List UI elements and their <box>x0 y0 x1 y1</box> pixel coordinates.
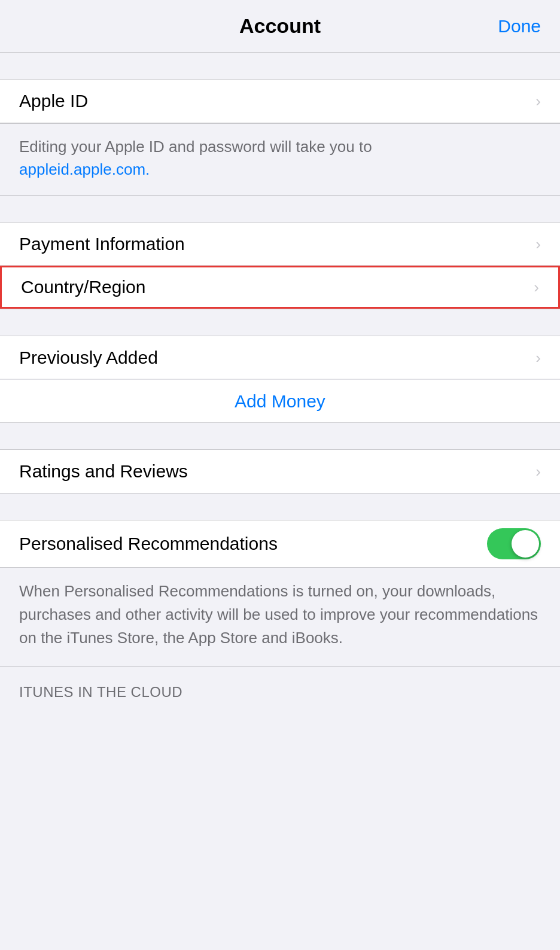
previously-added-label: Previously Added <box>19 348 158 368</box>
ratings-group: Ratings and Reviews › <box>0 449 560 494</box>
apple-id-chevron: › <box>535 93 541 109</box>
add-money-row[interactable]: Add Money <box>0 379 560 422</box>
personalised-recommendations-label: Personalised Recommendations <box>19 534 278 554</box>
ratings-reviews-row[interactable]: Ratings and Reviews › <box>0 450 560 493</box>
payment-information-row[interactable]: Payment Information › <box>0 223 560 266</box>
gap-3 <box>0 423 560 449</box>
personalised-recommendations-row: Personalised Recommendations <box>0 520 560 568</box>
apple-id-row[interactable]: Apple ID › <box>0 80 560 123</box>
ratings-reviews-label: Ratings and Reviews <box>19 461 188 482</box>
add-money-label: Add Money <box>235 391 325 412</box>
apple-id-info-text: Editing your Apple ID and password will … <box>19 138 372 178</box>
navigation-bar: Account Done <box>0 0 560 53</box>
personalised-recommendations-description: When Personalised Recommendations is tur… <box>19 582 538 647</box>
personalised-recommendations-description-box: When Personalised Recommendations is tur… <box>0 568 560 667</box>
payment-chevron: › <box>535 236 541 252</box>
apple-id-group: Apple ID › <box>0 79 560 123</box>
toggle-knob <box>512 530 539 558</box>
gap-2 <box>0 309 560 336</box>
payment-country-group: Payment Information › Country/Region › <box>0 222 560 309</box>
country-region-label: Country/Region <box>21 277 145 297</box>
previously-added-group: Previously Added › Add Money <box>0 336 560 423</box>
gap-1 <box>0 196 560 222</box>
previously-added-chevron: › <box>535 350 541 366</box>
personalised-recommendations-toggle[interactable] <box>487 528 541 559</box>
apple-id-link[interactable]: appleid.apple.com. <box>19 160 150 178</box>
ratings-reviews-chevron: › <box>535 464 541 479</box>
itunes-cloud-section-header: iTunes in the Cloud <box>0 667 560 707</box>
previously-added-row[interactable]: Previously Added › <box>0 336 560 379</box>
apple-id-info-box: Editing your Apple ID and password will … <box>0 123 560 196</box>
country-region-row[interactable]: Country/Region › <box>0 266 560 309</box>
done-button[interactable]: Done <box>498 16 541 36</box>
apple-id-label: Apple ID <box>19 91 88 111</box>
country-region-chevron: › <box>534 279 539 295</box>
page-title: Account <box>239 14 321 38</box>
payment-information-label: Payment Information <box>19 234 185 254</box>
gap-4 <box>0 494 560 520</box>
top-gap <box>0 53 560 79</box>
itunes-cloud-label: iTunes in the Cloud <box>19 684 182 700</box>
